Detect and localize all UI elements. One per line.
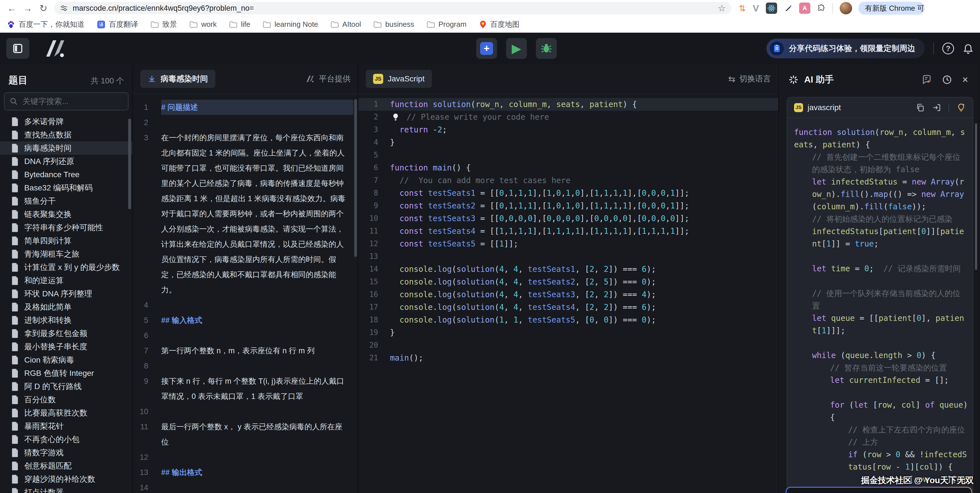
bookmark-item[interactable]: 百度地图 — [479, 19, 520, 29]
run-button[interactable]: ▶ — [506, 38, 527, 59]
sidebar-item[interactable]: 猫鱼分干 — [0, 194, 132, 208]
sidebar-item[interactable]: 病毒感染时间 — [0, 142, 132, 155]
sidebar-item[interactable]: 阿 D 的飞行路线 — [0, 380, 132, 393]
sidebar-item[interactable]: 多米诺骨牌 — [0, 115, 132, 128]
vue-ext-icon[interactable]: V — [752, 3, 759, 14]
sidebar-item[interactable]: Bytedance Tree — [0, 168, 132, 181]
sidebar-toggle-button[interactable] — [6, 38, 29, 59]
description-scrollbar[interactable] — [354, 99, 357, 257]
problem-tab[interactable]: 病毒感染时间 — [140, 70, 215, 88]
sidebar-item[interactable]: 不再贪心的小包 — [0, 433, 132, 446]
bookmark-item[interactable]: life — [229, 20, 250, 29]
code-editor[interactable]: 1function solution(row_n, column_m, seat… — [358, 95, 778, 493]
line-number: 9 — [133, 374, 161, 404]
ai-code-line: // 检查上下左右四个方向的座位 — [794, 424, 968, 436]
copy-icon[interactable] — [916, 103, 925, 112]
forward-icon[interactable]: → — [20, 3, 35, 14]
language-tab-label: JavaScript — [388, 75, 425, 83]
sidebar-item[interactable]: 及格如此简单 — [0, 300, 132, 313]
insert-code-icon[interactable] — [932, 103, 941, 112]
notifications-bell-icon[interactable] — [963, 43, 974, 54]
react-ext-icon[interactable] — [766, 3, 777, 14]
reload-icon[interactable]: ↻ — [35, 3, 51, 14]
eyedropper-ext-icon[interactable] — [784, 4, 792, 13]
sidebar-item[interactable]: Cion 勒索病毒 — [0, 353, 132, 366]
code-text: console.log(solution(1, 1, testSeats5, [… — [390, 313, 778, 326]
sidebar-item[interactable]: 查找热点数据 — [0, 128, 132, 142]
problem-tab-label: 病毒感染时间 — [161, 73, 208, 84]
close-icon[interactable]: × — [962, 75, 968, 85]
ai-lightbulb-icon[interactable] — [956, 103, 966, 112]
sidebar-item[interactable]: 比赛最高获胜次数 — [0, 406, 132, 420]
bookmark-item[interactable]: 译百度翻译 — [97, 19, 138, 29]
bookmark-item[interactable]: 百度一下，你就知道 — [7, 19, 84, 29]
bookmark-item[interactable]: learning Note — [262, 20, 318, 29]
ai-code-block[interactable]: function solution(row_n, column_m, seats… — [787, 118, 973, 493]
chrome-update-button[interactable]: 有新版 Chrome 可用 — [858, 2, 925, 15]
ai-code-line: // 暂存当前这一轮要感染的位置 — [794, 362, 968, 374]
ai-chat-input-field[interactable] — [786, 488, 971, 493]
sidebar-item[interactable]: 计算位置 x 到 y 的最少步数 — [0, 261, 132, 274]
lightbulb-icon[interactable] — [390, 113, 402, 121]
bookmark-item[interactable]: work — [189, 20, 217, 29]
sidebar-item[interactable]: 字符串有多少种可能性 — [0, 221, 132, 234]
search-input[interactable]: 关键字搜索... — [4, 92, 129, 110]
sidebar-item[interactable]: 百分位数 — [0, 393, 132, 406]
bookmark-item[interactable]: business — [373, 20, 414, 29]
back-icon[interactable]: ← — [4, 3, 20, 14]
add-test-button[interactable]: + — [476, 38, 497, 59]
description-line: 1# 问题描述 — [133, 100, 353, 115]
sidebar-item[interactable]: 简单四则计算 — [0, 234, 132, 247]
sidebar-item[interactable]: 穿越沙漠的补给次数 — [0, 472, 132, 486]
sidebar-item[interactable]: 创意标题匹配 — [0, 459, 132, 472]
marscode-logo[interactable] — [42, 40, 68, 57]
language-tab[interactable]: JS JavaScript — [366, 70, 432, 88]
bookmark-label: AItool — [342, 20, 361, 29]
sidebar-item[interactable]: 打点计数器 — [0, 486, 132, 493]
debug-button[interactable] — [536, 38, 557, 59]
document-icon — [11, 395, 19, 404]
sidebar-item[interactable]: DNA 序列还原 — [0, 155, 132, 168]
line-number: 19 — [358, 326, 390, 339]
code-text: console.log(solution(4, 4, testSeats4, [… — [390, 301, 778, 313]
site-settings-icon[interactable] — [60, 4, 68, 13]
history-clock-icon[interactable] — [942, 75, 952, 85]
new-chat-icon[interactable] — [922, 75, 932, 85]
profile-avatar[interactable] — [840, 2, 852, 14]
extensions-puzzle-icon[interactable] — [817, 4, 826, 13]
sidebar-item[interactable]: 暴雨梨花针 — [0, 420, 132, 433]
sidebar-item[interactable]: 进制求和转换 — [0, 313, 132, 327]
sidebar-item[interactable]: 青海湖租车之旅 — [0, 247, 132, 261]
sidebar-item-label: RGB 色值转 Integer — [24, 368, 94, 378]
bookmark-item[interactable]: 致景 — [151, 19, 177, 29]
ai-scrollbar[interactable] — [975, 123, 977, 270]
bookmark-item[interactable]: Program — [426, 20, 467, 29]
bookmark-star-icon[interactable]: ☆ — [718, 3, 726, 14]
sidebar-scrollbar[interactable] — [128, 119, 131, 209]
promo-banner[interactable]: 分享代码练习体验，领限量定制周边 — [767, 38, 925, 58]
address-bar[interactable]: marscode.cn/practice/ennk4wq5rq9ey6?prob… — [54, 2, 732, 14]
provider-label-group: 平台提供 — [305, 73, 350, 84]
bookmark-item[interactable]: AItool — [331, 20, 361, 29]
sidebar-item[interactable]: 链表聚集交换 — [0, 208, 132, 221]
document-icon — [11, 356, 19, 364]
bookmark-label: work — [201, 20, 217, 29]
ai-code-line: // 上方 — [794, 436, 968, 448]
sidebar-item[interactable]: 和的逆运算 — [0, 274, 132, 287]
sidebar-item[interactable]: RGB 色值转 Integer — [0, 366, 132, 380]
code-text: // Please write your code here — [390, 111, 778, 123]
url-text[interactable]: marscode.cn/practice/ennk4wq5rq9ey6?prob… — [73, 4, 718, 13]
translate-ext-icon[interactable]: A — [799, 3, 810, 14]
sidebar-item[interactable]: 环状 DNA 序列整理 — [0, 287, 132, 300]
sidebar-item[interactable]: 猜数字游戏 — [0, 446, 132, 459]
ai-chat-input[interactable] — [786, 487, 972, 493]
help-icon[interactable]: ? — [942, 43, 954, 54]
sidebar-item[interactable]: 最小替换子串长度 — [0, 340, 132, 353]
sidebar-item-label: 创意标题匹配 — [24, 461, 72, 471]
description-text — [161, 358, 353, 374]
description-editor[interactable]: 1# 问题描述2 3在一个封闭的房间里摆满了座位，每个座位东西向和南北向都有固定… — [133, 95, 353, 493]
sidebar-item[interactable]: Base32 编码和解码 — [0, 181, 132, 194]
switch-language-button[interactable]: ⇆ 切换语言 — [729, 73, 771, 84]
devtools-ext-icon[interactable]: ⇅ — [739, 3, 746, 13]
sidebar-item[interactable]: 拿到最多红包金额 — [0, 327, 132, 340]
